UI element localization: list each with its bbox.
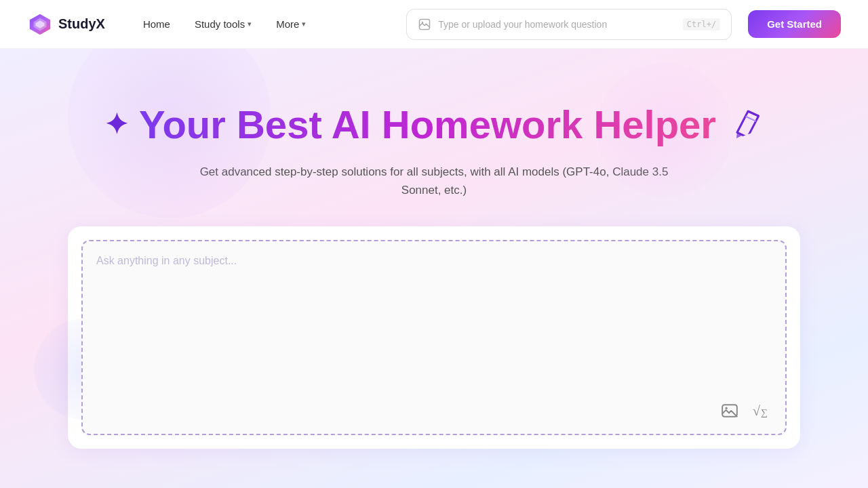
question-input-card: √ ∑ xyxy=(68,226,800,449)
nav-more[interactable]: More ▾ xyxy=(265,13,317,35)
nav-study-tools[interactable]: Study tools ▾ xyxy=(184,13,262,35)
hero-subtitle: Get advanced step-by-step solutions for … xyxy=(197,163,671,199)
navbar: StudyX Home Study tools ▾ More ▾ Ctrl+/ … xyxy=(0,0,868,49)
svg-text:√: √ xyxy=(753,403,760,418)
logo-icon xyxy=(27,12,53,37)
get-started-button[interactable]: Get Started xyxy=(748,10,841,38)
star-decoration-icon: ✦ xyxy=(104,109,128,140)
formula-icon[interactable]: √ ∑ xyxy=(750,399,774,423)
hero-title: ✦ Your Best AI Homework Helper xyxy=(104,103,764,146)
logo-text: StudyX xyxy=(58,16,105,32)
input-action-icons: √ ∑ xyxy=(717,399,774,423)
pencil-decoration-icon xyxy=(726,104,768,144)
question-textarea[interactable] xyxy=(96,255,772,390)
more-chevron-icon: ▾ xyxy=(302,20,306,28)
logo[interactable]: StudyX xyxy=(27,12,105,37)
search-input[interactable] xyxy=(438,19,676,30)
image-upload-icon[interactable] xyxy=(717,399,742,423)
nav-links: Home Study tools ▾ More ▾ xyxy=(132,13,406,35)
svg-point-6 xyxy=(726,407,728,409)
svg-text:∑: ∑ xyxy=(761,407,768,418)
nav-home[interactable]: Home xyxy=(132,13,181,35)
hero-section: ✦ Your Best AI Homework Helper Get advan… xyxy=(0,49,868,488)
search-bar: Ctrl+/ xyxy=(406,9,732,40)
search-shortcut: Ctrl+/ xyxy=(683,18,720,30)
study-tools-chevron-icon: ▾ xyxy=(248,20,252,28)
upload-image-icon[interactable] xyxy=(418,18,431,31)
hero-title-text: Your Best AI Homework Helper xyxy=(139,103,716,146)
question-input-box[interactable]: √ ∑ xyxy=(81,240,787,435)
